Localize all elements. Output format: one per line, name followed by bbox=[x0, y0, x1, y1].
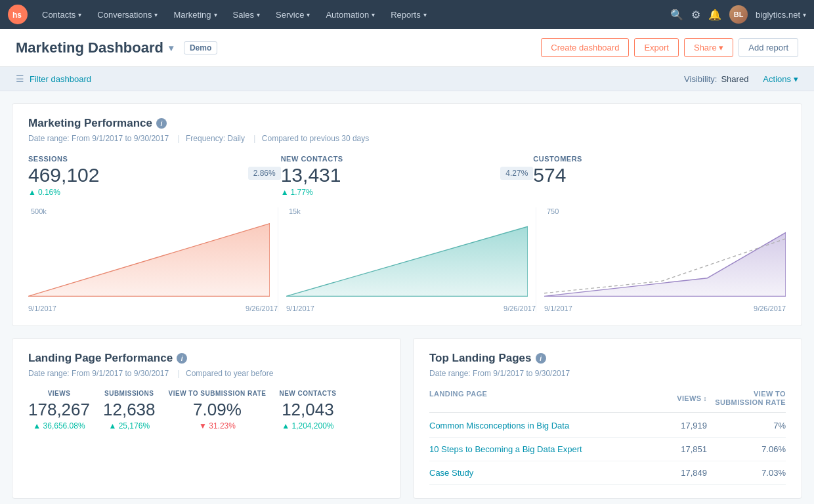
new-contacts-value: 13,431 bbox=[281, 164, 341, 186]
filter-bar: ☰ Filter dashboard Visibility: Shared Ac… bbox=[0, 67, 814, 91]
marketing-performance-card: Marketing Performance i Date range: From… bbox=[12, 103, 802, 326]
nav-marketing[interactable]: Marketing ▾ bbox=[167, 0, 223, 29]
views-cell: 17,851 bbox=[641, 444, 707, 454]
sessions-change: ▲ 0.16% bbox=[28, 188, 99, 197]
user-menu[interactable]: biglytics.net ▾ bbox=[756, 10, 806, 20]
nav-contacts[interactable]: Contacts ▾ bbox=[35, 0, 88, 29]
header-actions: Create dashboard Export Share ▾ Add repo… bbox=[541, 38, 798, 57]
avatar[interactable]: BL bbox=[729, 5, 748, 24]
chevron-down-icon: ▾ bbox=[307, 11, 310, 18]
main-content: Marketing Performance i Date range: From… bbox=[0, 91, 814, 504]
search-icon[interactable]: 🔍 bbox=[670, 9, 683, 21]
lp-new-contacts-value: 12,043 bbox=[279, 400, 336, 420]
new-contacts-change: ▲ 1.77% bbox=[281, 188, 341, 197]
up-arrow-icon: ▲ bbox=[28, 188, 36, 197]
top-navigation: hs Contacts ▾ Conversations ▾ Marketing … bbox=[0, 0, 814, 29]
rate-cell: 7.03% bbox=[707, 468, 786, 478]
chevron-down-icon: ▾ bbox=[423, 11, 427, 18]
notifications-icon[interactable]: 🔔 bbox=[708, 9, 721, 21]
sessions-value: 469,102 bbox=[28, 164, 99, 186]
share-button[interactable]: Share ▾ bbox=[684, 38, 733, 57]
customers-chart-date-right: 9/26/2017 bbox=[754, 304, 786, 312]
sessions-chart-y-label: 500k bbox=[31, 207, 47, 215]
stats-row: SESSIONS 469,102 ▲ 0.16% 2.86% NEW CONTA… bbox=[28, 155, 786, 197]
lp-views-value: 178,267 bbox=[28, 400, 90, 420]
info-icon[interactable]: i bbox=[177, 353, 187, 364]
marketing-performance-title: Marketing Performance i bbox=[28, 117, 786, 130]
landing-page-link[interactable]: Case Study bbox=[429, 468, 641, 478]
landing-page-performance-meta: Date range: From 9/1/2017 to 9/30/2017 |… bbox=[28, 369, 385, 378]
lp-rate-change: ▼ 31.23% bbox=[169, 421, 267, 430]
views-cell: 17,849 bbox=[641, 468, 707, 478]
hubspot-logo[interactable]: hs bbox=[8, 5, 28, 24]
table-row: Case Study 17,849 7.03% bbox=[429, 461, 786, 485]
nav-conversations[interactable]: Conversations ▾ bbox=[91, 0, 164, 29]
lp-submissions-value: 12,638 bbox=[103, 400, 156, 420]
marketing-performance-meta: Date range: From 9/1/2017 to 9/30/2017 |… bbox=[28, 134, 786, 143]
col-rate: VIEW TO SUBMISSION RATE bbox=[707, 390, 786, 407]
lp-submissions-change: ▲ 25,176% bbox=[103, 421, 156, 430]
landing-page-performance-title: Landing Page Performance i bbox=[28, 352, 385, 365]
lp-rate-stat: VIEW TO SUBMISSION RATE 7.09% ▼ 31.23% bbox=[169, 390, 267, 430]
lp-views-change: ▲ 36,656.08% bbox=[28, 421, 90, 430]
col-landing-page: LANDING PAGE bbox=[429, 390, 641, 407]
top-landing-pages-meta: Date range: From 9/1/2017 to 9/30/2017 bbox=[429, 369, 786, 378]
sessions-chart-date-right: 9/26/2017 bbox=[246, 304, 278, 312]
add-report-button[interactable]: Add report bbox=[739, 38, 798, 57]
create-dashboard-button[interactable]: Create dashboard bbox=[541, 38, 629, 57]
export-button[interactable]: Export bbox=[634, 38, 679, 57]
table-row: 10 Steps to Becoming a Big Data Expert 1… bbox=[429, 438, 786, 461]
chevron-down-icon: ▾ bbox=[803, 11, 806, 18]
filter-dashboard-link[interactable]: Filter dashboard bbox=[30, 74, 91, 84]
svg-text:hs: hs bbox=[12, 10, 22, 20]
customers-stat: CUSTOMERS 574 bbox=[533, 155, 786, 197]
up-arrow-icon: ▲ bbox=[282, 421, 289, 430]
lp-stats: VIEWS 178,267 ▲ 36,656.08% SUBMISSIONS 1… bbox=[28, 390, 385, 430]
chevron-down-icon: ▾ bbox=[78, 11, 81, 18]
svg-marker-4 bbox=[544, 232, 786, 296]
landing-page-link[interactable]: 10 Steps to Becoming a Big Data Expert bbox=[429, 444, 641, 454]
customers-chart-date-left: 9/1/2017 bbox=[544, 304, 572, 312]
top-landing-pages-card: Top Landing Pages i Date range: From 9/1… bbox=[413, 338, 802, 499]
top-landing-pages-title: Top Landing Pages i bbox=[429, 352, 786, 365]
settings-icon[interactable]: ⚙ bbox=[691, 9, 700, 21]
lp-rate-value: 7.09% bbox=[169, 400, 267, 420]
lp-new-contacts-change: ▲ 1,204,200% bbox=[279, 421, 336, 430]
contacts-chart-y-label: 15k bbox=[289, 207, 301, 215]
title-dropdown-icon[interactable]: ▾ bbox=[169, 43, 173, 53]
sessions-chart: 500k 9/1/2017 9/26/2017 bbox=[28, 207, 278, 312]
views-cell: 17,919 bbox=[641, 421, 707, 430]
rate-cell: 7.06% bbox=[707, 444, 786, 454]
page-header: Marketing Dashboard ▾ Demo Create dashbo… bbox=[0, 29, 814, 67]
svg-marker-2 bbox=[28, 224, 270, 297]
nav-sales[interactable]: Sales ▾ bbox=[226, 0, 267, 29]
chevron-down-icon: ▾ bbox=[794, 74, 798, 84]
sessions-stat: SESSIONS 469,102 ▲ 0.16% 2.86% bbox=[28, 155, 281, 197]
info-icon[interactable]: i bbox=[156, 118, 167, 129]
up-arrow-icon: ▲ bbox=[33, 421, 41, 430]
up-arrow-icon: ▲ bbox=[108, 421, 116, 430]
charts-row: 500k 9/1/2017 9/26/2017 15k bbox=[28, 207, 786, 312]
lp-submissions-stat: SUBMISSIONS 12,638 ▲ 25,176% bbox=[103, 390, 156, 430]
customers-value: 574 bbox=[533, 164, 786, 186]
actions-dropdown[interactable]: Actions ▾ bbox=[763, 74, 798, 84]
nav-automation[interactable]: Automation ▾ bbox=[319, 0, 381, 29]
new-contacts-badge: 4.27% bbox=[500, 167, 533, 180]
top-pages-table-body: Common Misconceptions in Big Data 17,919… bbox=[429, 414, 786, 485]
chevron-down-icon: ▾ bbox=[372, 11, 375, 18]
table-header: LANDING PAGE VIEWS ↕ VIEW TO SUBMISSION … bbox=[429, 390, 786, 413]
table-row: Common Misconceptions in Big Data 17,919… bbox=[429, 414, 786, 438]
rate-cell: 7% bbox=[707, 421, 786, 430]
customers-chart: 750 9/1/2017 9/26/2017 bbox=[544, 207, 786, 312]
info-icon[interactable]: i bbox=[536, 353, 546, 364]
new-contacts-stat: NEW CONTACTS 13,431 ▲ 1.77% 4.27% bbox=[281, 155, 534, 197]
svg-marker-3 bbox=[286, 226, 528, 296]
chevron-down-icon: ▾ bbox=[214, 11, 217, 18]
down-arrow-icon: ▼ bbox=[199, 421, 207, 430]
contacts-chart-date-right: 9/26/2017 bbox=[503, 304, 536, 312]
chevron-down-icon: ▾ bbox=[154, 11, 158, 18]
landing-page-link[interactable]: Common Misconceptions in Big Data bbox=[429, 421, 641, 430]
page-title: Marketing Dashboard ▾ Demo bbox=[16, 39, 217, 56]
nav-reports[interactable]: Reports ▾ bbox=[384, 0, 433, 29]
nav-service[interactable]: Service ▾ bbox=[269, 0, 316, 29]
